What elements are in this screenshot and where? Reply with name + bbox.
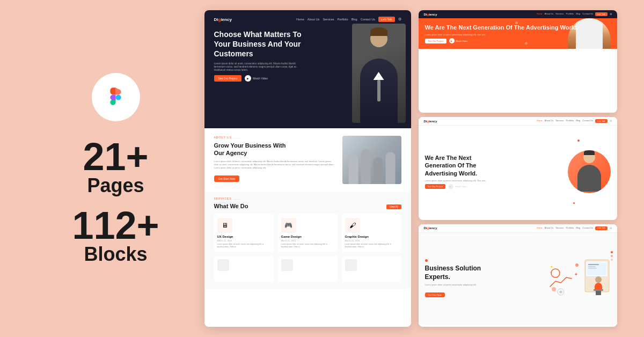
p1-play-icon: ▶: [449, 38, 455, 43]
services-title: What We Do: [214, 203, 248, 209]
preview-card-2: Digiency Home About Us Services Portfoli…: [419, 117, 617, 219]
graphic-design-icon: 🖌: [345, 218, 360, 233]
center-panel: Digiency Home About Us Services Portfoli…: [204, 10, 411, 327]
nav-contact[interactable]: Contact Us: [361, 18, 375, 21]
nav-portfolio[interactable]: Portfolio: [337, 18, 348, 21]
figma-logo: [92, 73, 140, 121]
service-card-extra-3: [342, 256, 401, 283]
p2-nav-portfolio[interactable]: Portfolio: [566, 119, 574, 123]
preview1-nav-links: Home About Us Services Portfolio Blog Co…: [537, 12, 611, 16]
p2-dot-2: [573, 202, 575, 204]
pages-count: 21+: [83, 137, 148, 176]
p3-nav-home[interactable]: Home: [537, 226, 543, 230]
get-started-button[interactable]: Get Start Now: [214, 175, 239, 182]
service-extra-1-icon: [217, 259, 229, 271]
nav-home[interactable]: Home: [296, 18, 304, 21]
services-label: Services ......: [214, 197, 401, 200]
p2-nav-about[interactable]: About Us: [545, 119, 553, 123]
svg-rect-8: [594, 289, 603, 291]
about-description: Lorem ipsum dolor sit amet, consectetur …: [214, 160, 336, 170]
service-ux-desc: Lorem ipsum dolor sit amet, conse ctur a…: [217, 243, 270, 248]
p3-nav-about[interactable]: About Us: [545, 226, 553, 230]
nav-about[interactable]: About Us: [308, 18, 320, 21]
p2-nav-home[interactable]: Home: [537, 119, 543, 123]
nav-blog[interactable]: Blog: [352, 18, 357, 21]
hero-content: Choose What Matters To Your Business And…: [214, 30, 401, 82]
hero-nav: Digiency Home About Us Services Portfoli…: [214, 17, 401, 22]
preview-card-3: Digiency Home About Us Services Portfoli…: [419, 224, 617, 327]
preview3-body: Business Solution Experts. Lorem ipsum d…: [419, 233, 617, 325]
hero-description: Lorem ipsum dolor sit amet, consectetur …: [214, 62, 300, 72]
preview3-nav-links: Home About Us Services Portfolio Blog Co…: [537, 226, 611, 230]
p1-nav-contact[interactable]: Contact Us: [582, 12, 593, 16]
view-all-button[interactable]: View All: [386, 204, 401, 209]
hero-section: Digiency Home About Us Services Portfoli…: [204, 10, 411, 128]
p1-nav-home[interactable]: Home: [537, 12, 543, 16]
preview3-illustration: ✦ ★: [547, 257, 612, 300]
blocks-label: Blocks: [72, 245, 159, 264]
p1-nav-about[interactable]: About Us: [545, 12, 553, 16]
p1-nav-cta[interactable]: Let's Talk: [595, 12, 607, 16]
preview2-logo: Digiency: [424, 120, 437, 123]
svg-rect-4: [588, 266, 596, 267]
p3-side-dot-3: [611, 259, 613, 261]
service-graphic-desc: Lorem ipsum dolor sit amet, conse ctur a…: [345, 243, 398, 248]
p3-nav-blog[interactable]: Blog: [576, 226, 580, 230]
p1-settings-icon[interactable]: ⚙: [610, 12, 612, 16]
hero-primary-button[interactable]: See Our Project: [214, 75, 242, 82]
p1-nav-blog[interactable]: Blog: [576, 12, 580, 16]
p2-nav-blog[interactable]: Blog: [576, 119, 580, 123]
p2-settings-icon[interactable]: ⚙: [610, 119, 612, 123]
p3-side-dot-1: [611, 251, 613, 253]
service-ux-sub: March 25, 2023: [217, 239, 270, 242]
nav-cta-button[interactable]: Let's Talk: [378, 17, 395, 22]
p2-primary-btn[interactable]: See Our Project: [425, 184, 445, 189]
preview1-text: We Are The Next Generation Of The Advert…: [425, 24, 611, 43]
preview2-nav-links: Home About Us Services Portfolio Blog Co…: [537, 119, 611, 123]
p1-primary-btn[interactable]: See Our Project: [425, 39, 447, 43]
p3-settings-icon[interactable]: ⚙: [610, 226, 612, 230]
nav-links: Home About Us Services Portfolio Blog Co…: [296, 17, 401, 22]
preview1-buttons: See Our Project ▶ Watch Video: [425, 38, 611, 43]
p2-nav-contact[interactable]: Contact Us: [582, 119, 593, 123]
nav-services[interactable]: Services: [323, 18, 334, 21]
p1-secondary-btn[interactable]: ▶ Watch Video: [449, 38, 467, 43]
svg-point-6: [595, 276, 602, 283]
p3-nav-services[interactable]: Services: [555, 226, 564, 230]
left-panel: 21+ Pages 112+ Blocks: [27, 0, 204, 337]
hero-secondary-button[interactable]: ▶ Watch Video: [245, 75, 268, 82]
p3-nav-portfolio[interactable]: Portfolio: [566, 226, 574, 230]
p2-nav-cta[interactable]: Let's Talk: [595, 119, 607, 123]
p1-nav-portfolio[interactable]: Portfolio: [566, 12, 574, 16]
service-card-ux: 🖥 UX Design March 25, 2023 Lorem ipsum d…: [214, 214, 274, 253]
ux-design-icon: 🖥: [217, 218, 232, 233]
p1-nav-services[interactable]: Services: [555, 12, 564, 16]
play-icon: ▶: [245, 75, 251, 82]
svg-point-12: [575, 263, 579, 267]
about-content: About Us ...... Grow Your Business With …: [214, 136, 401, 184]
preview1-body: We Are The Next Generation Of The Advert…: [419, 18, 617, 49]
hero-buttons: See Our Project ▶ Watch Video: [214, 75, 401, 82]
svg-rect-3: [588, 264, 599, 265]
about-photo: [342, 136, 401, 184]
svg-point-11: [552, 287, 556, 291]
service-extra-3-icon: [345, 259, 357, 271]
svg-point-14: [559, 291, 562, 294]
p3-side-dots: [611, 251, 613, 261]
right-column: Digiency Home About Us Services Portfoli…: [419, 10, 617, 327]
p2-secondary-btn[interactable]: ▶ Watch Video: [448, 184, 467, 189]
p3-cta-button[interactable]: Get Start Now: [425, 292, 445, 297]
p2-nav-services[interactable]: Services: [555, 119, 564, 123]
game-design-icon: 🎮: [281, 218, 296, 233]
preview3-title: Business Solution Experts.: [425, 265, 506, 281]
pages-stat: 21+ Pages: [83, 137, 148, 195]
service-card-extra-2: [278, 256, 338, 283]
p3-nav-cta[interactable]: Let's Talk: [595, 226, 607, 230]
p3-nav-contact[interactable]: Contact Us: [582, 226, 593, 230]
nav-settings-icon[interactable]: ⚙: [398, 17, 401, 21]
about-text: About Us ...... Grow Your Business With …: [214, 136, 336, 182]
service-graphic-sub: March 25, 2023: [345, 239, 398, 242]
service-game-name: Game Design: [281, 235, 334, 238]
preview2-circle-image: [568, 150, 611, 193]
p3-side-dot-2: [611, 255, 613, 257]
